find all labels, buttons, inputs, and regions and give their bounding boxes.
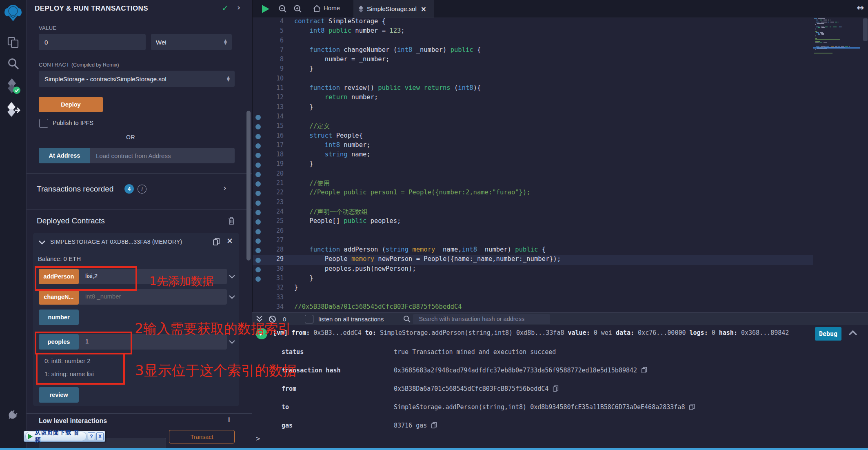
breakpoint-dot[interactable] [253, 151, 263, 160]
home-icon[interactable] [313, 5, 321, 12]
trash-icon[interactable] [227, 216, 235, 225]
line-number: 6 [263, 37, 284, 46]
row-label: to [282, 403, 289, 411]
breakpoint-dot[interactable] [253, 160, 263, 169]
panel-scrollbar[interactable] [246, 111, 251, 261]
download-help-button[interactable]: ? [88, 432, 95, 440]
breakpoint-dot[interactable] [253, 189, 263, 198]
copy-icon[interactable] [689, 403, 695, 410]
line-number: 15 [263, 122, 284, 131]
zoom-in-icon[interactable] [293, 4, 302, 13]
chevron-down-icon[interactable] [229, 275, 235, 278]
code-text: //声明一个动态数组 [294, 208, 368, 217]
gutter-space [253, 37, 263, 46]
changeNumber-button[interactable]: changeN... [39, 289, 79, 305]
breakpoint-dot[interactable] [253, 113, 263, 122]
code-line: 32} [253, 284, 813, 293]
line-number: 24 [263, 208, 284, 217]
terminal-prompt[interactable]: > [256, 434, 260, 443]
breakpoint-dot[interactable] [253, 274, 263, 284]
home-tab-label[interactable]: Home [324, 4, 340, 11]
transactions-expand-icon[interactable]: › [223, 183, 226, 193]
breakpoint-dot[interactable] [253, 179, 263, 189]
divider [27, 173, 252, 174]
gutter-space [253, 294, 263, 303]
breakpoint-dot[interactable] [253, 236, 263, 246]
at-address-button[interactable]: At Address [39, 148, 90, 163]
tab-simplestorage[interactable]: SimpleStorage.sol × [353, 0, 434, 18]
code-text: //People public person1 = People({number… [294, 189, 531, 198]
run-script-icon[interactable] [261, 4, 270, 14]
or-label: OR [27, 134, 235, 140]
line-number: 10 [263, 75, 284, 84]
line-number: 25 [263, 217, 284, 227]
chevron-down-icon[interactable] [229, 340, 235, 344]
at-address-input[interactable] [90, 148, 235, 163]
code-line: 7 function changeNumber (int8 _number) p… [253, 46, 813, 56]
code-line: 30 peoples.push(newPerson); [253, 265, 813, 274]
contract-instance-header[interactable]: SIMPLESTORAGE AT 0XD8B...33FA8 (MEMORY) [50, 238, 182, 245]
line-number: 19 [263, 160, 284, 169]
breakpoint-dot[interactable] [253, 255, 263, 265]
unit-select[interactable]: Wei ▲▼ [151, 34, 232, 50]
copy-icon[interactable] [431, 422, 437, 429]
code-lines: 4contract SimpleStorage {5 int8 public n… [253, 18, 868, 312]
panel-expand-icon[interactable]: › [237, 2, 240, 12]
search-icon[interactable] [7, 57, 20, 70]
breakpoint-dot[interactable] [253, 265, 263, 274]
code-text: People[] public peoples; [294, 217, 401, 227]
transact-button[interactable]: Transact [169, 430, 235, 443]
changeNumber-input[interactable] [84, 292, 217, 300]
value-input[interactable] [39, 34, 146, 50]
number-button[interactable]: number [39, 310, 79, 325]
download-play-pill[interactable]: 从该页面下载 音频 [25, 432, 87, 441]
editor-scrollbar[interactable] [863, 18, 868, 41]
deploy-run-icon[interactable] [6, 101, 20, 118]
code-text: int8 number; [294, 141, 371, 151]
breakpoint-dot[interactable] [253, 132, 263, 141]
transactions-count-badge: 4 [124, 184, 134, 194]
breakpoint-dot[interactable] [253, 217, 263, 227]
download-close-button[interactable]: X [96, 432, 104, 440]
breakpoint-dot[interactable] [253, 208, 263, 217]
tab-close-icon[interactable]: × [421, 5, 426, 13]
code-line: 25 People[] public peoples; [253, 217, 813, 227]
publish-ipfs-checkbox[interactable] [39, 119, 48, 128]
code-line: 13 } [253, 103, 813, 113]
chevron-down-icon[interactable] [229, 295, 235, 299]
row-label: gas [282, 422, 293, 429]
gutter-space [253, 18, 263, 27]
line-number: 8 [263, 56, 284, 65]
icon-rail [0, 0, 27, 450]
file-explorer-icon[interactable] [7, 36, 20, 49]
row-value: 0x5B38Da6a701c568545dCfcB03FcB875f56bedd… [394, 385, 559, 392]
code-line: 28 function addPerson (string memory _na… [253, 246, 813, 255]
resize-horizontal-icon[interactable]: ↔ [857, 3, 864, 13]
terminal-detail-row: gas83716 gas [252, 422, 864, 431]
line-number: 28 [263, 246, 284, 255]
zoom-out-icon[interactable] [278, 4, 287, 13]
breakpoint-dot[interactable] [253, 141, 263, 151]
plugin-icon[interactable] [7, 408, 19, 421]
row-value: 83716 gas [394, 422, 437, 429]
line-number: 9 [263, 65, 284, 74]
deploy-button[interactable]: Deploy [39, 97, 103, 112]
breakpoint-dot[interactable] [253, 170, 263, 179]
close-icon[interactable]: × [226, 236, 233, 245]
gutter-space [253, 27, 263, 36]
copy-icon[interactable] [213, 238, 220, 246]
breakpoint-dot[interactable] [253, 122, 263, 131]
breakpoint-dot[interactable] [253, 198, 263, 208]
breakpoint-dot[interactable] [253, 227, 263, 236]
copy-icon[interactable] [553, 385, 559, 392]
contract-label: CONTRACT (Compiled by Remix) [39, 61, 119, 68]
remix-logo[interactable] [4, 3, 22, 22]
copy-icon[interactable] [641, 367, 647, 374]
code-text: function addPerson (string memory _name,… [294, 246, 546, 255]
solidity-compiler-icon[interactable] [5, 78, 21, 95]
review-button[interactable]: review [39, 387, 79, 403]
contract-select[interactable]: SimpleStorage - contracts/SimpleStorage.… [39, 71, 235, 87]
gutter-space [253, 303, 263, 312]
chevron-down-icon[interactable] [39, 241, 45, 245]
breakpoint-dot[interactable] [253, 246, 263, 255]
